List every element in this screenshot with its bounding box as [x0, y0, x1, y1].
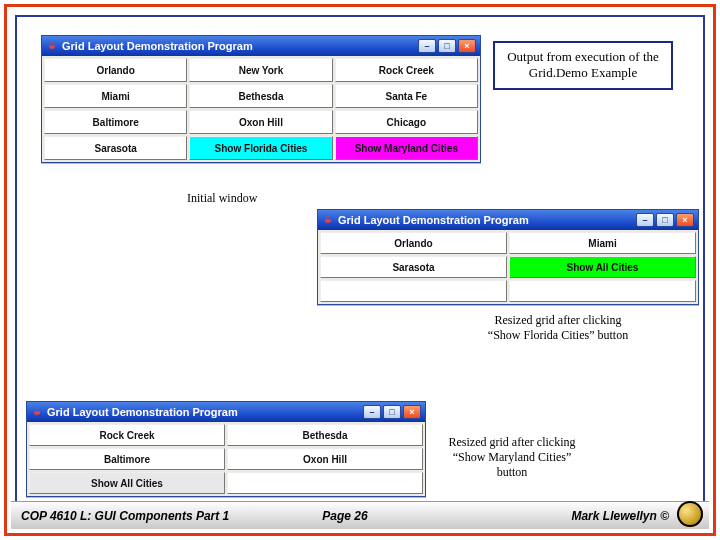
window-buttons: – □ ×	[418, 39, 476, 53]
maximize-button[interactable]: □	[438, 39, 456, 53]
footer-author: Mark Llewellyn ©	[453, 509, 699, 523]
city-button-baltimore[interactable]: Baltimore	[44, 110, 187, 134]
maximize-button[interactable]: □	[383, 405, 401, 419]
city-button-sarasota[interactable]: Sarasota	[320, 256, 507, 278]
minimize-button[interactable]: –	[636, 213, 654, 227]
titlebar[interactable]: Grid Layout Demonstration Program – □ ×	[27, 402, 425, 422]
city-button-santafe[interactable]: Santa Fe	[335, 84, 478, 108]
close-button[interactable]: ×	[676, 213, 694, 227]
empty-cell	[227, 472, 423, 494]
city-button-bethesda[interactable]: Bethesda	[227, 424, 423, 446]
city-button-rockcreek[interactable]: Rock Creek	[29, 424, 225, 446]
window-buttons: – □ ×	[636, 213, 694, 227]
empty-cell	[320, 280, 507, 302]
show-florida-cities-button[interactable]: Show Florida Cities	[189, 136, 332, 160]
city-button-baltimore[interactable]: Baltimore	[29, 448, 225, 470]
minimize-button[interactable]: –	[363, 405, 381, 419]
city-button-sarasota[interactable]: Sarasota	[44, 136, 187, 160]
window-title: Grid Layout Demonstration Program	[62, 40, 414, 52]
show-all-cities-button[interactable]: Show All Cities	[29, 472, 225, 494]
minimize-button[interactable]: –	[418, 39, 436, 53]
show-all-cities-button[interactable]: Show All Cities	[509, 256, 696, 278]
grid-layout: Orlando Miami Sarasota Show All Cities	[318, 230, 698, 304]
ucf-logo-icon	[677, 501, 703, 527]
java-cup-icon	[322, 214, 334, 226]
label-resized-florida: Resized grid after clicking “Show Florid…	[483, 313, 633, 343]
titlebar[interactable]: Grid Layout Demonstration Program – □ ×	[42, 36, 480, 56]
slide-outer-border: Output from execution of the Grid.Demo E…	[4, 4, 716, 536]
close-button[interactable]: ×	[458, 39, 476, 53]
maximize-button[interactable]: □	[656, 213, 674, 227]
city-button-miami[interactable]: Miami	[509, 232, 696, 254]
window-title: Grid Layout Demonstration Program	[338, 214, 632, 226]
city-button-oxonhill[interactable]: Oxon Hill	[189, 110, 332, 134]
grid-layout: Rock Creek Bethesda Baltimore Oxon Hill …	[27, 422, 425, 496]
label-resized-maryland: Resized grid after clicking “Show Maryla…	[437, 435, 587, 480]
city-button-rockcreek[interactable]: Rock Creek	[335, 58, 478, 82]
java-cup-icon	[31, 406, 43, 418]
java-window-initial: Grid Layout Demonstration Program – □ × …	[41, 35, 481, 163]
java-cup-icon	[46, 40, 58, 52]
show-maryland-cities-button[interactable]: Show Maryland Cities	[335, 136, 478, 160]
city-button-miami[interactable]: Miami	[44, 84, 187, 108]
city-button-bethesda[interactable]: Bethesda	[189, 84, 332, 108]
java-window-maryland: Grid Layout Demonstration Program – □ × …	[26, 401, 426, 497]
city-button-orlando[interactable]: Orlando	[320, 232, 507, 254]
callout-output: Output from execution of the Grid.Demo E…	[493, 41, 673, 90]
window-buttons: – □ ×	[363, 405, 421, 419]
close-button[interactable]: ×	[403, 405, 421, 419]
city-button-orlando[interactable]: Orlando	[44, 58, 187, 82]
empty-cell	[509, 280, 696, 302]
window-title: Grid Layout Demonstration Program	[47, 406, 359, 418]
footer-course: COP 4610 L: GUI Components Part 1	[21, 509, 237, 523]
java-window-florida: Grid Layout Demonstration Program – □ × …	[317, 209, 699, 305]
city-button-oxonhill[interactable]: Oxon Hill	[227, 448, 423, 470]
grid-layout: Orlando New York Rock Creek Miami Bethes…	[42, 56, 480, 162]
city-button-chicago[interactable]: Chicago	[335, 110, 478, 134]
city-button-newyork[interactable]: New York	[189, 58, 332, 82]
titlebar[interactable]: Grid Layout Demonstration Program – □ ×	[318, 210, 698, 230]
slide-inner-border: Output from execution of the Grid.Demo E…	[15, 15, 705, 507]
footer-page: Page 26	[237, 509, 453, 523]
label-initial-window: Initial window	[187, 191, 257, 206]
slide-footer: COP 4610 L: GUI Components Part 1 Page 2…	[11, 501, 709, 529]
